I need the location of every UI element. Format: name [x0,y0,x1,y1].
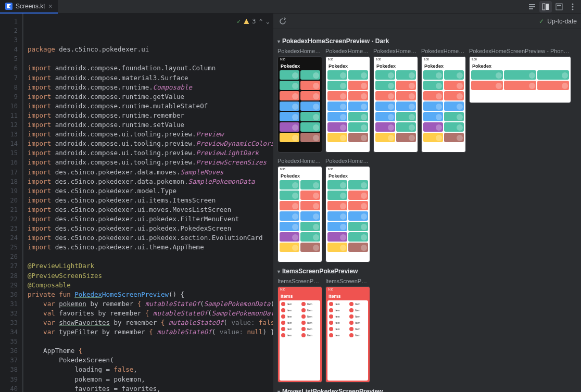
warning-icon [244,19,249,24]
svg-rect-7 [557,5,561,6]
preview-thumbnail[interactable]: 9:30 Pokedex [325,166,370,262]
design-view-button[interactable] [553,1,565,12]
thumbnail-label: PokedexHomeScreenP... [277,158,322,164]
svg-rect-1 [529,4,535,5]
view-mode-controls [526,1,581,12]
build-status: ✓ Up-to-date [539,18,577,25]
svg-rect-2 [529,6,535,7]
file-tab[interactable]: Screens.kt × [0,0,58,14]
problem-count: 3 [252,17,256,26]
kotlin-file-icon [5,3,12,10]
preview-thumbnail[interactable]: 9:30 Pokedex [373,56,418,153]
svg-rect-5 [546,4,549,10]
svg-rect-4 [542,4,545,10]
thumbnail-wrapper: ItemsScreenPokePrevi... 9:30 Items ItemI… [325,278,370,383]
thumbnail-label: PokedexHomeScreenP... [277,48,322,54]
preview-toolbar: ✓ Up-to-date [273,14,581,29]
check-icon: ✓ [237,17,241,26]
preview-thumbnail[interactable]: 9:30 Pokedex [277,166,322,262]
thumbnail-wrapper: PokedexHomeScreenP... 9:30 Pokedex [373,48,418,153]
status-text: Up-to-date [547,18,577,25]
inspection-widget[interactable]: ✓ 3 ⌃ ⌄ [237,17,270,26]
thumbnail-label: PokedexHomeScreenP... [373,48,418,54]
preview-group-header[interactable]: ▾MovesListPokedexScreenPreview [277,388,577,392]
preview-group-header[interactable]: ▾PokedexHomeScreenPreview - Dark [277,37,577,45]
thumbnail-wrapper: PokedexHomeScreenP... 9:30 Pokedex [421,48,466,153]
preview-thumbnail[interactable]: 9:30 Pokedex [469,56,571,103]
chevron-down-icon: ▾ [277,39,280,44]
svg-point-8 [572,3,574,5]
tab-bar: Screens.kt × [0,0,581,14]
check-icon: ✓ [539,18,544,25]
thumbnail-wrapper: PokedexHomeScreenPreview - Phone - Lands… [469,48,571,153]
thumbnail-wrapper: ItemsScreenPokePrevi... 9:30 Items ItemI… [277,278,322,383]
code-editor[interactable]: ✓ 3 ⌃ ⌄ package des.c5inco.pokedexer.uii… [22,14,273,392]
preview-thumbnail[interactable]: 9:30 Pokedex [277,56,322,153]
refresh-icon[interactable] [277,16,288,27]
preview-thumbnail[interactable]: 9:30 Pokedex [325,56,370,153]
preview-thumbnail[interactable]: 9:30 Items ItemItemItemItemItemItemItemI… [325,286,370,383]
thumbnail-wrapper: PokedexHomeScreenP... 9:30 Pokedex [277,48,322,153]
preview-pane: ✓ Up-to-date ▾PokedexHomeScreenPreview -… [273,14,581,392]
close-tab-icon[interactable]: × [48,2,53,10]
svg-point-10 [572,8,574,10]
thumbnail-wrapper: PokedexHomeScreenP... 9:30 Pokedex [277,158,322,262]
more-options-icon[interactable] [566,1,579,12]
preview-body[interactable]: ▾PokedexHomeScreenPreview - Dark Pokedex… [273,29,581,392]
thumbnail-wrapper: PokedexHomeScreenP... 9:30 Pokedex [325,158,370,262]
svg-rect-3 [529,8,533,9]
svg-point-9 [572,6,574,7]
editor-pane: 1234567891011121314151617181920212223242… [0,14,273,392]
nav-down-icon[interactable]: ⌄ [266,17,270,26]
thumbnail-label: PokedexHomeScreenP... [325,48,370,54]
main-area: 1234567891011121314151617181920212223242… [0,14,581,392]
nav-up-icon[interactable]: ⌃ [259,17,263,26]
thumbnail-label: PokedexHomeScreenP... [325,158,370,164]
preview-group-header[interactable]: ▾ItemsScreenPokePreview [277,268,577,275]
chevron-down-icon: ▾ [277,269,280,274]
thumbnail-wrapper: PokedexHomeScreenP... 9:30 Pokedex [325,48,370,153]
preview-thumbnail[interactable]: 9:30 Items ItemItemItemItemItemItemItemI… [277,286,322,383]
thumbnail-label: PokedexHomeScreenPreview - Phone - Lands… [469,48,571,54]
svg-rect-6 [556,4,562,10]
split-view-button[interactable] [539,1,552,12]
code-view-button[interactable] [526,1,538,12]
file-tab-label: Screens.kt [16,3,45,10]
thumbnail-label: PokedexHomeScreenP... [421,48,466,54]
thumbnail-label: ItemsScreenPokePrevi... [325,278,370,284]
chevron-down-icon: ▾ [277,389,280,393]
line-number-gutter: 1234567891011121314151617181920212223242… [0,14,22,392]
thumbnail-label: ItemsScreenPokePrevi... [277,278,322,284]
preview-thumbnail[interactable]: 9:30 Pokedex [421,56,466,153]
